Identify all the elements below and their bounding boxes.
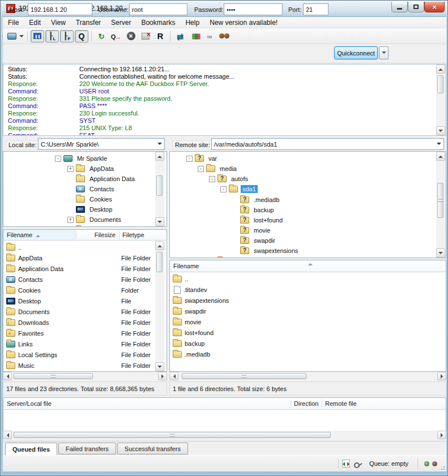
scrollbar-thumb[interactable] (14, 432, 331, 438)
toggle-message-log-button[interactable] (31, 30, 44, 42)
file-row[interactable]: lost+found (170, 327, 214, 338)
file-row[interactable]: .titandev (170, 284, 207, 295)
remote-tree-item[interactable]: swapdir (170, 235, 436, 246)
remote-site-combo[interactable]: /var/media/autofs/sda1 (211, 138, 444, 150)
menu-help[interactable]: Help (180, 17, 204, 28)
column-header-direction[interactable]: Direction (291, 398, 322, 409)
file-row[interactable]: .. (4, 242, 22, 252)
compare-directories-button[interactable] (173, 30, 187, 42)
file-row[interactable]: backup (170, 338, 204, 349)
toggle-queue-button[interactable] (75, 30, 88, 42)
file-row[interactable]: CookiesFolder (4, 285, 41, 295)
local-file-list[interactable]: .. AppDataFile Folder Application DataFi… (3, 241, 167, 372)
link-button[interactable] (203, 30, 216, 42)
quickconnect-dropdown-button[interactable] (379, 46, 389, 59)
disconnect-button[interactable] (139, 30, 152, 42)
tab-failed-transfers[interactable]: Failed transfers (58, 443, 116, 454)
menu-file[interactable]: File (3, 17, 24, 28)
maximize-button[interactable] (408, 2, 424, 12)
log-scrollbar[interactable] (436, 65, 446, 135)
file-row[interactable]: DocumentsFile Folder (4, 306, 50, 317)
local-site-combo[interactable]: C:\Users\Mr Sparkle\ (38, 138, 165, 150)
scroll-right-button[interactable] (437, 431, 446, 439)
resize-grip[interactable] (440, 465, 445, 470)
tree-expander-icon[interactable]: - (55, 156, 61, 162)
menu-bookmarks[interactable]: Bookmarks (136, 17, 180, 28)
scroll-right-button[interactable] (158, 372, 167, 380)
file-row[interactable]: .. (170, 273, 188, 284)
local-tree-scrollbar[interactable] (155, 152, 165, 226)
tree-expander-icon[interactable]: + (67, 166, 74, 172)
local-tree-item[interactable]: +Downloads (4, 225, 157, 227)
scroll-left-button[interactable] (3, 431, 12, 439)
column-divider[interactable] (322, 399, 322, 408)
scroll-right-button[interactable] (437, 372, 446, 380)
file-row[interactable]: movie (170, 316, 201, 327)
tree-expander-icon[interactable]: - (209, 176, 215, 182)
process-queue-button[interactable] (109, 30, 123, 42)
column-divider[interactable] (119, 231, 120, 239)
column-header-filesize[interactable]: Filesize (76, 230, 119, 240)
file-row[interactable]: DownloadsFile Folder (4, 317, 49, 328)
host-input[interactable]: 192.168.1.20 (28, 3, 92, 15)
file-row[interactable]: AppDataFile Folder (4, 252, 42, 263)
scroll-down-button[interactable] (436, 248, 445, 258)
transfer-type-icon[interactable] (342, 460, 350, 468)
tree-expander-icon[interactable]: - (186, 156, 193, 162)
local-tree-item[interactable]: -Mr Sparkle (4, 153, 157, 164)
synchronized-browsing-button[interactable] (188, 30, 202, 42)
local-tree-item[interactable]: Application Data (4, 174, 157, 184)
local-tree-item[interactable]: Cookies (4, 194, 157, 204)
menu-edit[interactable]: Edit (24, 17, 46, 28)
column-header-filetype[interactable]: Filetype (119, 230, 159, 240)
port-input[interactable]: 21 (303, 3, 328, 15)
scrollbar-thumb[interactable] (182, 373, 306, 379)
scroll-left-button[interactable] (3, 372, 12, 380)
file-row[interactable]: swapextensions (170, 295, 229, 306)
scroll-up-button[interactable] (155, 241, 164, 250)
remote-tree-item[interactable]: lost+found (170, 215, 436, 225)
scroll-up-button[interactable] (436, 152, 445, 161)
scrollbar-thumb[interactable] (156, 252, 163, 272)
column-header-server-local-file[interactable]: Server/Local file (3, 398, 291, 409)
scroll-up-button[interactable] (155, 152, 164, 161)
quickconnect-button[interactable]: Quickconnect (334, 46, 378, 59)
remote-tree-item[interactable]: swapextensions (170, 246, 436, 256)
local-list-scrollbar[interactable] (155, 241, 165, 371)
scrollbar-thumb[interactable] (437, 183, 443, 218)
file-row[interactable]: MusicFile Folder (4, 360, 35, 371)
remote-tree-item[interactable]: -sda1 (170, 184, 436, 194)
reconnect-button[interactable] (153, 30, 167, 42)
column-header-remote-file[interactable]: Remote file (322, 398, 447, 409)
remote-tree-item[interactable]: dvd (170, 256, 436, 258)
local-tree-item[interactable]: Contacts (4, 184, 157, 194)
menu-new-version[interactable]: New version available! (204, 17, 283, 28)
local-tree-item[interactable]: +Documents (4, 215, 157, 225)
queue-body[interactable] (3, 410, 446, 431)
menu-server[interactable]: Server (106, 17, 136, 28)
file-row[interactable]: swapdir (170, 306, 206, 316)
file-row[interactable]: Application DataFile Folder (4, 263, 63, 274)
local-tree-item[interactable]: +AppData (4, 164, 157, 174)
scrollbar-thumb[interactable] (156, 175, 163, 196)
file-row[interactable]: ContactsFile Folder (4, 274, 42, 285)
queue-hscrollbar[interactable] (3, 431, 446, 440)
close-button[interactable]: × (424, 2, 445, 12)
tab-successful-transfers[interactable]: Successful transfers (117, 443, 188, 454)
tab-queued-files[interactable]: Queued files (5, 443, 57, 456)
file-row[interactable]: FavoritesFile Folder (4, 328, 44, 338)
refresh-button[interactable] (95, 30, 108, 42)
minimize-button[interactable] (391, 2, 408, 12)
site-manager-button[interactable] (7, 30, 24, 42)
scroll-up-button[interactable] (436, 65, 445, 74)
scroll-left-button[interactable] (169, 372, 178, 380)
message-log[interactable]: Status:Connecting to 192.168.1.20:21... … (3, 64, 446, 136)
file-row[interactable]: DesktopFile (4, 295, 41, 306)
toggle-remote-tree-button[interactable] (60, 30, 74, 42)
remote-tree-scrollbar[interactable] (436, 152, 446, 258)
file-row[interactable]: Local SettingsFile Folder (4, 349, 57, 360)
menu-transfer[interactable]: Transfer (71, 17, 106, 28)
tree-expander-icon[interactable]: + (67, 227, 74, 228)
remote-tree-item[interactable]: -media (170, 164, 436, 174)
remote-tree-item[interactable]: .mediadb (170, 195, 436, 205)
